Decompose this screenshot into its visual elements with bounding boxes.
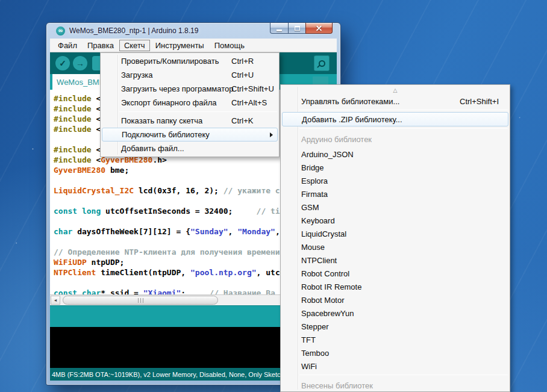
menubar-item-3[interactable]: Скетч xyxy=(119,40,150,51)
menu-item-label: Robot Motor xyxy=(301,296,345,305)
menu-item-shortcut: Ctrl+Shift+U xyxy=(231,84,274,93)
menu-item[interactable]: Temboo xyxy=(281,346,510,359)
menu-item-label: Mouse xyxy=(301,243,325,252)
caption-buttons xyxy=(270,23,333,34)
menu-item-label: Управлять библиотеками... xyxy=(301,97,399,106)
menu-item-label: Экспорт бинарного файла xyxy=(121,98,217,107)
grip-icon xyxy=(138,298,143,303)
board-config-text: 4MB (FS:2MB OTA:~1019KB), v2 Lower Memor… xyxy=(52,371,286,378)
scrollbar-thumb[interactable] xyxy=(63,296,218,305)
titlebar[interactable]: ∞ WeMos_BME280_ntp-1 | Arduino 1.8.19 xyxy=(46,23,340,39)
menu-item[interactable]: TFT xyxy=(281,333,510,346)
upload-button[interactable]: → xyxy=(73,56,87,70)
menu-item-shortcut: Ctrl+R xyxy=(231,57,254,66)
scroll-up-icon[interactable]: △ xyxy=(281,86,510,95)
menu-item[interactable]: Keyboard xyxy=(281,214,510,227)
menubar-item-4[interactable]: Инструменты xyxy=(151,40,209,51)
menu-item-label: GSM xyxy=(301,203,319,212)
menu-item[interactable]: GSM xyxy=(281,201,510,214)
menu-item[interactable]: LiquidCrystal xyxy=(281,227,510,240)
menubar-item-5[interactable]: Помощь xyxy=(210,40,249,51)
check-icon: ✓ xyxy=(59,58,66,68)
menu-item[interactable]: Firmata xyxy=(281,187,510,201)
arrow-right-icon: → xyxy=(76,58,84,68)
menubar: ФайлПравкаСкетчИнструментыПомощь xyxy=(50,39,337,52)
maximize-icon xyxy=(295,26,300,31)
menu-separator xyxy=(119,111,277,112)
menu-item[interactable]: Добавить .ZIP библиотеку... xyxy=(282,112,508,126)
menu-item-shortcut: Ctrl+Alt+S xyxy=(231,98,267,107)
menu-item-label: Подключить библиотеку xyxy=(122,130,210,139)
menu-item[interactable]: Robot IR Remote xyxy=(281,280,510,293)
menu-item-label: NTPClient xyxy=(301,256,337,265)
menu-item[interactable]: ЗагрузкаCtrl+U xyxy=(101,68,279,82)
menu-item[interactable]: Esplora xyxy=(281,174,510,187)
verify-button[interactable]: ✓ xyxy=(55,56,70,70)
menu-item-label: Загрузить через программатор xyxy=(121,84,234,93)
menu-item-label: Показать папку скетча xyxy=(121,116,202,125)
menu-item[interactable]: Экспорт бинарного файлаCtrl+Alt+S xyxy=(101,96,279,110)
menu-item[interactable]: Загрузить через программаторCtrl+Shift+U xyxy=(101,82,279,96)
menu-item[interactable]: Robot Motor xyxy=(281,293,510,306)
include-library-submenu: △Управлять библиотеками...Ctrl+Shift+IДо… xyxy=(280,84,510,392)
menu-item-label: LiquidCrystal xyxy=(301,229,346,238)
menu-section-header: Ардуино библиотек xyxy=(281,131,510,148)
menu-separator xyxy=(299,375,508,375)
left-arrow-icon: ◄ xyxy=(54,298,58,302)
menu-item-label: Keyboard xyxy=(301,216,335,225)
menubar-item-2[interactable]: Правка xyxy=(83,40,119,51)
menu-item-shortcut: Ctrl+Shift+I xyxy=(460,97,499,106)
menu-item[interactable]: Проверить/КомпилироватьCtrl+R xyxy=(101,54,279,68)
sketch-menu: Проверить/КомпилироватьCtrl+RЗагрузкаCtr… xyxy=(100,52,280,157)
menu-item-shortcut: Ctrl+U xyxy=(231,70,254,79)
desktop: { "window": { "title": "WeMos_BME280_ntp… xyxy=(0,0,547,392)
menu-item[interactable]: Bridge xyxy=(281,161,510,174)
menu-item-label: Добавить файл... xyxy=(121,144,184,153)
menu-item[interactable]: Добавить файл... xyxy=(101,142,279,155)
arduino-logo-icon: ∞ xyxy=(56,26,65,36)
menu-section-header: Внесены библиотек xyxy=(281,377,510,392)
menu-item[interactable]: Управлять библиотеками...Ctrl+Shift+I xyxy=(281,95,510,108)
window-title: WeMos_BME280_ntp-1 | Arduino 1.8.19 xyxy=(69,26,198,35)
menu-item-label: Arduino_JSON xyxy=(301,150,354,159)
menu-item[interactable]: Stepper xyxy=(281,320,510,333)
menu-item-label: SpacebrewYun xyxy=(301,309,354,318)
menu-item-label: Проверить/Компилировать xyxy=(121,57,219,66)
menu-item[interactable]: NTPClient xyxy=(281,254,510,267)
menu-separator xyxy=(299,128,508,129)
serial-monitor-button[interactable] xyxy=(314,55,330,71)
menu-item[interactable]: Arduino_JSON xyxy=(281,148,510,161)
menu-item-label: Загрузка xyxy=(121,70,153,79)
menu-item-label: Robot Control xyxy=(301,269,349,278)
menu-item-label: Firmata xyxy=(301,190,328,199)
menu-item[interactable]: Показать папку скетчаCtrl+K xyxy=(101,114,279,128)
minimize-button[interactable] xyxy=(270,23,289,34)
menu-item[interactable]: Подключить библиотеку xyxy=(102,128,278,142)
close-button[interactable] xyxy=(305,23,333,34)
menu-item-label: Robot IR Remote xyxy=(301,282,361,291)
menu-separator xyxy=(299,110,508,110)
menu-item-label: Bridge xyxy=(301,163,324,172)
menu-item-label: Esplora xyxy=(301,176,328,185)
minimize-icon xyxy=(277,30,282,31)
menu-item-label: TFT xyxy=(301,335,316,344)
maximize-button[interactable] xyxy=(289,23,305,34)
menu-item-shortcut: Ctrl+K xyxy=(231,116,253,125)
scroll-left-button[interactable]: ◄ xyxy=(51,296,60,305)
menu-item[interactable]: Mouse xyxy=(281,240,510,254)
magnifier-icon xyxy=(319,60,325,67)
menu-item[interactable]: Robot Control xyxy=(281,267,510,280)
close-icon xyxy=(316,25,322,31)
menu-item-label: WiFi xyxy=(301,362,317,371)
menu-item-label: Temboo xyxy=(301,349,329,358)
menu-item[interactable]: WiFi xyxy=(281,359,510,373)
menu-item[interactable]: SpacebrewYun xyxy=(281,306,510,320)
menu-item-label: Stepper xyxy=(301,322,329,331)
menu-item-label: Добавить .ZIP библиотеку... xyxy=(302,115,402,124)
menubar-item-1[interactable]: Файл xyxy=(53,40,82,51)
